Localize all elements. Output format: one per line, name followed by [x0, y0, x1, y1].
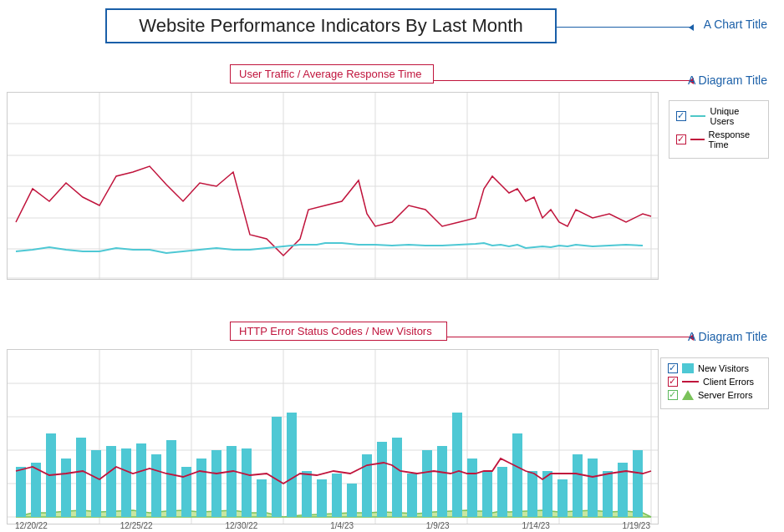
- svg-rect-41: [257, 479, 267, 517]
- top-chart: [7, 92, 659, 280]
- svg-rect-33: [136, 443, 146, 517]
- svg-rect-59: [527, 471, 537, 517]
- legend-label-server: Server Errors: [698, 390, 752, 400]
- svg-rect-49: [377, 442, 387, 517]
- svg-rect-35: [166, 440, 176, 517]
- svg-rect-51: [407, 474, 417, 517]
- svg-rect-53: [437, 446, 447, 517]
- svg-rect-48: [362, 454, 372, 517]
- svg-rect-62: [573, 454, 583, 517]
- svg-rect-40: [242, 448, 252, 517]
- legend-label-response: Response Time: [709, 129, 761, 149]
- diagram-title-1-text: User Traffic / Average Response Time: [239, 68, 421, 80]
- svg-rect-46: [332, 474, 342, 517]
- svg-rect-28: [61, 459, 71, 517]
- diagram-title-2-text: HTTP Error Status Codes / New Visitors: [239, 325, 432, 337]
- xaxis-label-1: 12/25/22: [120, 521, 153, 530]
- svg-rect-58: [512, 433, 522, 517]
- legend-bar-blue: [682, 363, 694, 373]
- top-chart-legend: Unique Users Response Time: [669, 100, 769, 159]
- top-chart-svg: [8, 93, 659, 280]
- svg-rect-37: [196, 459, 206, 517]
- legend-line-red: [690, 139, 705, 140]
- xaxis-label-2: 12/30/22: [225, 521, 257, 530]
- legend-label-unique: Unique Users: [710, 106, 761, 126]
- bottom-chart-svg: [8, 350, 659, 524]
- svg-rect-32: [121, 448, 131, 517]
- xaxis-label-5: 1/14/23: [522, 521, 549, 530]
- chart-title-label: A Chart Title: [704, 18, 767, 31]
- legend-item-new-visitors: New Visitors: [668, 363, 761, 373]
- legend-item-response-time: Response Time: [676, 129, 761, 149]
- svg-rect-52: [422, 450, 432, 517]
- svg-rect-29: [76, 438, 86, 517]
- xaxis-label-4: 1/9/23: [426, 521, 450, 530]
- svg-rect-30: [91, 450, 101, 517]
- legend-item-client-errors: Client Errors: [668, 377, 761, 387]
- diagram-title-2-label: A Diagram Title: [688, 330, 767, 343]
- diagram-title-2-box: HTTP Error Status Codes / New Visitors: [230, 322, 447, 341]
- svg-rect-63: [588, 459, 598, 517]
- legend-checkbox-server: [668, 390, 678, 400]
- chart-title-box: Website Performance Indicators By Last M…: [105, 8, 557, 43]
- svg-rect-34: [151, 454, 161, 517]
- legend-triangle-green: [682, 390, 694, 400]
- svg-rect-66: [633, 450, 643, 517]
- legend-label-visitors: New Visitors: [698, 363, 749, 373]
- xaxis-label-0: 12/20/22: [15, 521, 48, 530]
- svg-rect-56: [482, 471, 492, 517]
- chart-title-text: Website Performance Indicators By Last M…: [139, 15, 522, 36]
- legend-label-client: Client Errors: [703, 377, 754, 387]
- xaxis-label-6: 1/19/23: [623, 521, 650, 530]
- legend-checkbox-response: [676, 134, 686, 144]
- legend-item-server-errors: Server Errors: [668, 390, 761, 400]
- svg-rect-38: [211, 450, 221, 517]
- legend-line-client: [682, 381, 699, 383]
- diagram-title-1-box: User Traffic / Average Response Time: [230, 64, 434, 84]
- legend-item-unique-users: Unique Users: [676, 106, 761, 126]
- svg-rect-43: [287, 413, 297, 517]
- legend-checkbox-unique: [676, 111, 686, 121]
- svg-rect-54: [452, 413, 462, 517]
- svg-rect-45: [317, 479, 327, 517]
- svg-rect-57: [497, 467, 507, 517]
- diagram-title-1-label: A Diagram Title: [688, 73, 767, 87]
- bottom-chart: [7, 349, 659, 524]
- svg-rect-50: [392, 438, 402, 517]
- svg-rect-42: [272, 417, 282, 517]
- legend-checkbox-visitors: [668, 363, 678, 373]
- svg-rect-44: [302, 471, 312, 517]
- legend-line-blue: [690, 115, 705, 117]
- svg-rect-47: [347, 484, 357, 517]
- svg-rect-61: [557, 479, 568, 517]
- xaxis-labels: 12/20/22 12/25/22 12/30/22 1/4/23 1/9/23…: [7, 521, 659, 530]
- xaxis-label-3: 1/4/23: [330, 521, 354, 530]
- bottom-chart-legend: New Visitors Client Errors Server Errors: [660, 357, 769, 409]
- svg-rect-39: [227, 446, 237, 517]
- svg-rect-55: [467, 459, 477, 517]
- svg-rect-31: [106, 446, 116, 517]
- svg-rect-25: [16, 467, 26, 517]
- legend-checkbox-client: [668, 377, 678, 387]
- svg-rect-64: [603, 471, 613, 517]
- page-container: Website Performance Indicators By Last M…: [0, 0, 784, 532]
